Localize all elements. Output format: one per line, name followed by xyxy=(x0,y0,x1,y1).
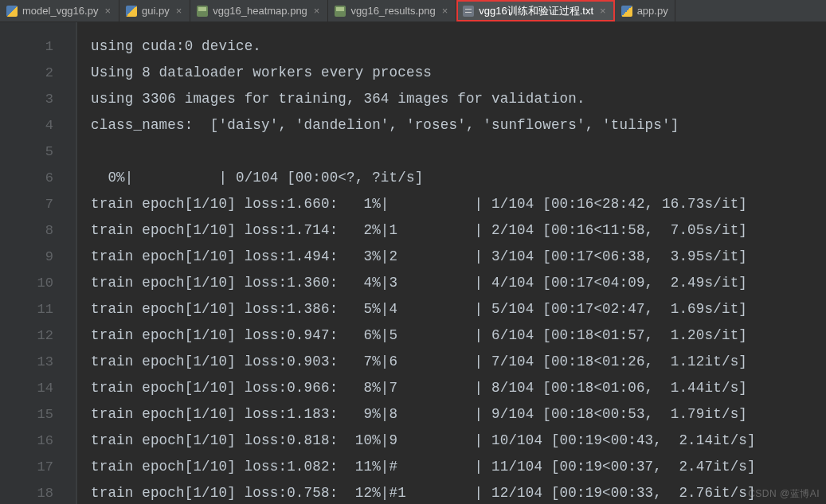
line-number: 14 xyxy=(0,375,76,401)
tab-label: vgg16训练和验证过程.txt xyxy=(479,4,593,18)
line-number: 16 xyxy=(0,428,76,454)
tab-model-vgg16[interactable]: model_vgg16.py × xyxy=(0,0,119,21)
line-number: 5 xyxy=(0,139,76,165)
line-number: 18 xyxy=(0,480,76,504)
code-line: Using 8 dataloader workers every process xyxy=(91,60,826,86)
tab-training-log-txt[interactable]: vgg16训练和验证过程.txt × xyxy=(456,0,614,21)
image-file-icon xyxy=(335,6,346,17)
python-file-icon xyxy=(6,6,18,17)
line-number: 3 xyxy=(0,86,76,112)
code-line: train epoch[1/10] loss:0.947: 6%|5 | 6/1… xyxy=(91,322,826,349)
code-line: train epoch[1/10] loss:0.903: 7%|6 | 7/1… xyxy=(91,349,826,375)
code-line: train epoch[1/10] loss:1.386: 5%|4 | 5/1… xyxy=(91,296,826,322)
tab-gui[interactable]: gui.py × xyxy=(119,0,190,21)
code-line: train epoch[1/10] loss:0.966: 8%|7 | 8/1… xyxy=(91,375,826,401)
tab-label: vgg16_results.png xyxy=(350,5,435,17)
code-line: train epoch[1/10] loss:1.714: 2%|1 | 2/1… xyxy=(91,217,826,244)
code-line: 0%| | 0/104 [00:00<?, ?it/s] xyxy=(91,165,826,191)
code-line: class_names: ['daisy', 'dandelion', 'ros… xyxy=(91,112,826,139)
line-number: 1 xyxy=(0,33,76,60)
code-line: using 3306 images for training, 364 imag… xyxy=(91,86,826,112)
image-file-icon xyxy=(197,6,208,17)
close-icon[interactable]: × xyxy=(440,6,450,16)
indent-guide xyxy=(76,22,77,504)
line-number: 9 xyxy=(0,244,76,270)
editor-tabs: model_vgg16.py × gui.py × vgg16_heatmap.… xyxy=(0,0,826,22)
tab-app[interactable]: app.py xyxy=(615,0,675,21)
line-number: 11 xyxy=(0,296,76,322)
tab-label: vgg16_heatmap.png xyxy=(213,5,307,17)
tab-label: model_vgg16.py xyxy=(22,5,98,17)
line-number: 6 xyxy=(0,165,76,191)
python-file-icon xyxy=(126,6,137,17)
tab-heatmap-png[interactable]: vgg16_heatmap.png × xyxy=(190,0,328,21)
code-area[interactable]: using cuda:0 device. Using 8 dataloader … xyxy=(76,22,826,504)
watermark: CSDN @蓝博AI xyxy=(748,487,820,501)
code-line xyxy=(91,139,826,165)
close-icon[interactable]: × xyxy=(312,6,322,16)
close-icon[interactable]: × xyxy=(103,6,112,16)
close-icon[interactable]: × xyxy=(174,6,184,16)
code-line: train epoch[1/10] loss:0.818: 10%|9 | 10… xyxy=(91,428,826,454)
code-line: train epoch[1/10] loss:1.183: 9%|8 | 9/1… xyxy=(91,401,826,428)
line-number: 15 xyxy=(0,401,76,428)
line-number-gutter: 1 2 3 4 5 6 7 8 9 10 11 12 13 14 15 16 1… xyxy=(0,22,76,504)
close-icon[interactable]: × xyxy=(598,6,608,16)
line-number: 10 xyxy=(0,270,76,296)
line-number: 4 xyxy=(0,112,76,139)
line-number: 2 xyxy=(0,60,76,86)
tab-label: gui.py xyxy=(142,5,170,17)
code-line: train epoch[1/10] loss:1.660: 1%| | 1/10… xyxy=(91,191,826,217)
line-number: 8 xyxy=(0,217,76,244)
line-number: 12 xyxy=(0,322,76,349)
code-line: train epoch[1/10] loss:1.082: 11%|# | 11… xyxy=(91,454,826,480)
code-line: train epoch[1/10] loss:1.494: 3%|2 | 3/1… xyxy=(91,244,826,270)
editor-area: 1 2 3 4 5 6 7 8 9 10 11 12 13 14 15 16 1… xyxy=(0,22,826,504)
code-line: using cuda:0 device. xyxy=(91,33,826,60)
tab-label: app.py xyxy=(637,5,668,17)
tab-results-png[interactable]: vgg16_results.png × xyxy=(328,0,456,21)
python-file-icon xyxy=(621,6,632,17)
code-line: train epoch[1/10] loss:1.360: 4%|3 | 4/1… xyxy=(91,270,826,296)
text-file-icon xyxy=(463,6,474,17)
line-number: 17 xyxy=(0,454,76,480)
line-number: 13 xyxy=(0,349,76,375)
code-line: train epoch[1/10] loss:0.758: 12%|#1 | 1… xyxy=(91,480,826,504)
line-number: 7 xyxy=(0,191,76,217)
